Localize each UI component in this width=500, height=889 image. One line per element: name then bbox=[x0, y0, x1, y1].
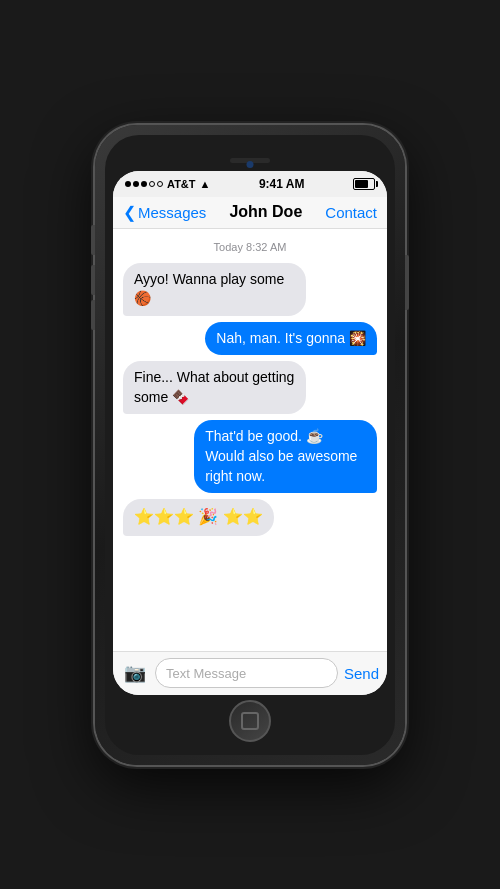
front-camera bbox=[247, 161, 254, 168]
message-row: Ayyo! Wanna play some 🏀 bbox=[123, 263, 377, 316]
message-input-placeholder: Text Message bbox=[166, 666, 246, 681]
message-text: Ayyo! Wanna play some 🏀 bbox=[134, 271, 284, 307]
status-right bbox=[353, 178, 375, 190]
carrier-label: AT&T bbox=[167, 178, 196, 190]
nav-bar: ❮ Messages John Doe Contact bbox=[113, 197, 387, 229]
message-text: Nah, man. It's gonna 🎇 bbox=[216, 330, 366, 346]
camera-button[interactable]: 📷 bbox=[121, 659, 149, 687]
phone-frame: AT&T ▲ 9:41 AM ❮ Messages John Doe Conta… bbox=[95, 125, 405, 765]
send-button[interactable]: Send bbox=[344, 665, 379, 682]
home-button-inner bbox=[241, 712, 259, 730]
message-timestamp: Today 8:32 AM bbox=[123, 241, 377, 253]
message-input-container[interactable]: Text Message bbox=[155, 658, 338, 688]
message-row: Fine... What about getting some 🍫 bbox=[123, 361, 377, 414]
status-left: AT&T ▲ bbox=[125, 178, 210, 190]
messages-area: Today 8:32 AM Ayyo! Wanna play some 🏀 Na… bbox=[113, 229, 387, 651]
battery-fill bbox=[355, 180, 368, 188]
time-display: 9:41 AM bbox=[259, 177, 305, 191]
signal-dot-5 bbox=[157, 181, 163, 187]
contact-button[interactable]: Contact bbox=[325, 204, 377, 221]
message-bubble: ⭐⭐⭐ 🎉 ⭐⭐ bbox=[123, 499, 274, 535]
back-button[interactable]: ❮ Messages bbox=[123, 203, 206, 222]
message-bubble: That'd be good. ☕ Would also be awesome … bbox=[194, 420, 377, 493]
message-bubble: Fine... What about getting some 🍫 bbox=[123, 361, 306, 414]
signal-dot-1 bbox=[125, 181, 131, 187]
message-row: Nah, man. It's gonna 🎇 bbox=[123, 322, 377, 356]
home-area bbox=[113, 695, 387, 747]
signal-dot-2 bbox=[133, 181, 139, 187]
message-row: That'd be good. ☕ Would also be awesome … bbox=[123, 420, 377, 493]
message-text: That'd be good. ☕ Would also be awesome … bbox=[205, 428, 357, 483]
screen: AT&T ▲ 9:41 AM ❮ Messages John Doe Conta… bbox=[113, 171, 387, 695]
message-text: ⭐⭐⭐ 🎉 ⭐⭐ bbox=[134, 508, 263, 525]
message-row: ⭐⭐⭐ 🎉 ⭐⭐ bbox=[123, 499, 377, 535]
signal-dot-3 bbox=[141, 181, 147, 187]
status-bar: AT&T ▲ 9:41 AM bbox=[113, 171, 387, 197]
camera-icon: 📷 bbox=[124, 662, 146, 684]
message-bubble: Nah, man. It's gonna 🎇 bbox=[205, 322, 377, 356]
signal-indicator bbox=[125, 181, 163, 187]
input-area: 📷 Text Message Send bbox=[113, 651, 387, 695]
top-area bbox=[113, 143, 387, 171]
back-label: Messages bbox=[138, 204, 206, 221]
home-button[interactable] bbox=[229, 700, 271, 742]
message-text: Fine... What about getting some 🍫 bbox=[134, 369, 294, 405]
battery-icon bbox=[353, 178, 375, 190]
back-chevron-icon: ❮ bbox=[123, 203, 136, 222]
phone-inner: AT&T ▲ 9:41 AM ❮ Messages John Doe Conta… bbox=[105, 135, 395, 755]
signal-dot-4 bbox=[149, 181, 155, 187]
conversation-title: John Doe bbox=[229, 203, 302, 221]
message-bubble: Ayyo! Wanna play some 🏀 bbox=[123, 263, 306, 316]
wifi-icon: ▲ bbox=[200, 178, 211, 190]
